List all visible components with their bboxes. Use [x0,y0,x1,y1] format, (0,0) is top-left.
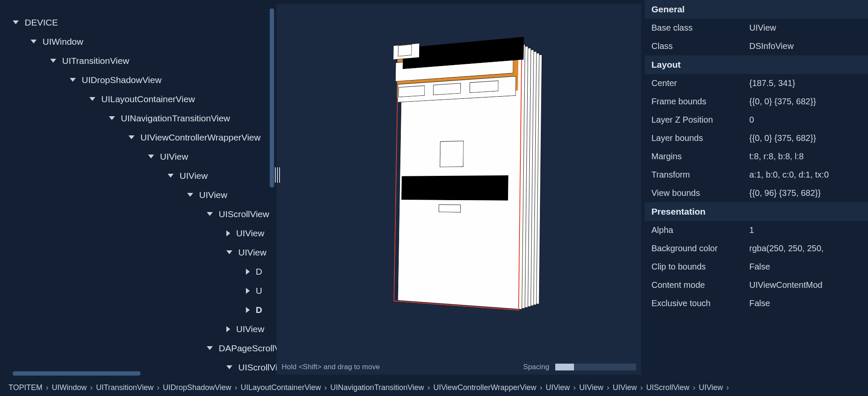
breadcrumb-item[interactable]: UIView [613,383,637,392]
view-canvas-panel[interactable]: Hold <Shift> and drag to move Spacing [277,4,641,375]
tree-item[interactable]: UIView [0,166,277,185]
property-row: Alpha1 [645,221,868,239]
chevron-right-icon[interactable] [246,288,250,294]
breadcrumb-item[interactable]: UINavigationTransitionView [330,383,424,392]
tree-item[interactable]: UIView [0,147,277,166]
tree-item[interactable]: D [0,300,277,319]
chevron-down-icon[interactable] [31,40,37,43]
chevron-right-icon: › [44,383,50,392]
chevron-right-icon: › [538,383,544,392]
tree-item-label: UIView [238,247,266,258]
property-key: Clip to bounds [651,262,749,272]
tree-item[interactable]: UIViewControllerWrapperView [0,128,277,147]
property-value: 1 [749,225,861,235]
property-value: {{0, 0} {375, 682}} [749,133,861,143]
chevron-down-icon[interactable] [148,155,154,158]
tree-item[interactable]: UIView [0,224,277,243]
spacing-slider[interactable] [555,364,636,370]
canvas-hint-text: Hold <Shift> and drag to move [282,363,380,371]
breadcrumb-item[interactable]: TOPITEM [9,383,43,392]
breadcrumb-item[interactable]: UILayoutContainerView [241,383,321,392]
tree-item[interactable]: DAPageScrollView [0,339,277,358]
property-key: Class [651,41,749,51]
property-row: Base classUIView [645,19,868,37]
property-row: Content modeUIViewContentMod [645,276,868,294]
chevron-down-icon[interactable] [168,174,174,178]
property-row: Center{187.5, 341} [645,74,868,92]
chevron-down-icon[interactable] [128,135,134,139]
chevron-right-icon: › [155,383,161,392]
chevron-down-icon[interactable] [226,250,232,254]
tree-item[interactable]: UITransitionView [0,51,277,70]
chevron-right-icon[interactable] [246,307,250,313]
chevron-right-icon: › [725,383,731,392]
property-value: False [749,262,861,272]
breadcrumb-item[interactable]: UIView [699,383,723,392]
breadcrumb-item[interactable]: UIScrollView [646,383,690,392]
breadcrumb-bar: TOPITEM›UIWindow›UITransitionView›UIDrop… [0,379,868,396]
property-section-header: Layout [645,55,868,74]
breadcrumb-item[interactable]: UIViewControllerWrapperView [433,383,536,392]
chevron-right-icon[interactable] [226,326,230,332]
chevron-down-icon[interactable] [187,193,193,197]
chevron-down-icon[interactable] [226,365,232,369]
chevron-right-icon: › [571,383,577,392]
property-key: Layer Z Position [651,115,749,125]
property-row: Layer Z Position0 [645,111,868,129]
tree-item-label: UIView [236,228,264,238]
breadcrumb-item[interactable]: UIView [579,383,603,392]
property-row: Exclusive touchFalse [645,294,868,313]
tree-item[interactable]: U [0,281,277,300]
property-key: Transform [651,170,749,180]
tree-item[interactable]: UIView [0,319,277,339]
chevron-right-icon: › [605,383,611,392]
property-row: Transforma:1, b:0, c:0, d:1, tx:0 [645,166,868,184]
chevron-down-icon[interactable] [207,346,213,350]
tree-item[interactable]: UIView [0,243,277,262]
breadcrumb-item[interactable]: UIView [546,383,570,392]
property-value: {187.5, 341} [749,78,861,88]
breadcrumb-item[interactable]: UIDropShadowView [163,383,231,392]
property-value: {{0, 96} {375, 682}} [749,188,861,198]
tree-item[interactable]: UILayoutContainerView [0,89,277,109]
tree-item-label: DAPageScrollView [219,343,277,353]
tree-item[interactable]: UINavigationTransitionView [0,109,277,128]
chevron-down-icon[interactable] [109,116,115,120]
tree-item[interactable]: DEVICE [0,13,277,32]
property-value: UIViewContentMod [749,280,861,290]
breadcrumb-item[interactable]: UITransitionView [96,383,154,392]
property-value: 0 [749,115,861,125]
property-key: Exclusive touch [651,298,749,308]
tree-item-label: UITransitionView [62,56,129,66]
chevron-down-icon[interactable] [50,59,56,63]
tree-item[interactable]: D [0,262,277,281]
property-key: Center [651,78,749,88]
breadcrumb-item[interactable]: UIWindow [52,383,87,392]
chevron-right-icon: › [233,383,239,392]
property-key: Base class [651,23,749,33]
chevron-down-icon[interactable] [89,97,95,101]
chevron-down-icon[interactable] [207,212,213,216]
chevron-right-icon[interactable] [226,230,230,236]
exploded-view-stage[interactable] [277,4,641,375]
tree-item[interactable]: UIView [0,185,277,204]
tree-item[interactable]: UIScrollView [0,204,277,224]
chevron-right-icon: › [639,383,645,392]
tree-vertical-scrollbar[interactable] [270,9,274,187]
property-key: Margins [651,152,749,161]
chevron-down-icon[interactable] [13,20,19,24]
spacing-slider-thumb[interactable] [555,364,574,370]
property-row: View bounds{{0, 96} {375, 682}} [645,184,868,202]
tree-item[interactable]: UIWindow [0,32,277,51]
property-value: False [749,298,861,308]
chevron-right-icon[interactable] [246,269,250,275]
property-row: Clip to boundsFalse [645,258,868,276]
property-section-header: Presentation [645,202,868,221]
tree-item-label: UIScrollView [238,362,277,373]
tree-item-label: U [256,286,262,296]
tree-item[interactable]: UIDropShadowView [0,70,277,89]
chevron-right-icon: › [323,383,328,392]
tree-horizontal-scrollbar[interactable] [13,371,140,376]
spacing-label: Spacing [523,363,549,371]
chevron-down-icon[interactable] [70,78,76,82]
